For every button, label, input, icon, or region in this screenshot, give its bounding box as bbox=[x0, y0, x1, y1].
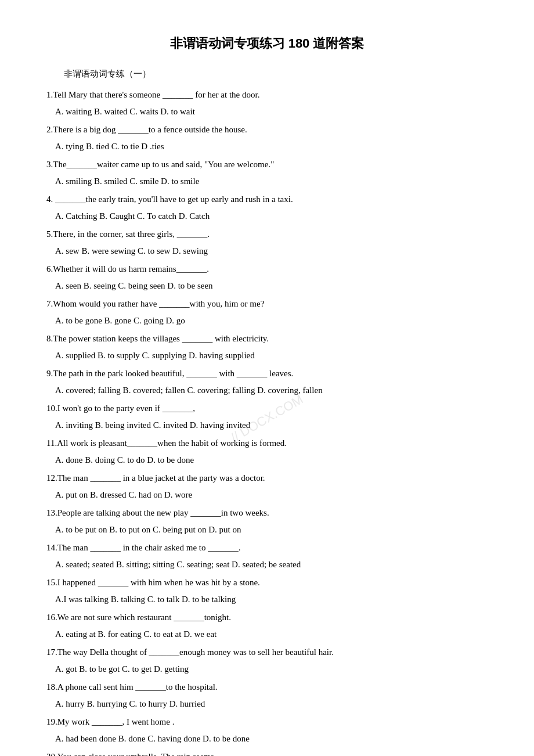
question-text-3: 3.The_______waiter came up to us and sai… bbox=[46, 157, 488, 172]
question-block-9: 9.The path in the park looked beautiful,… bbox=[46, 366, 488, 398]
question-text-10: 10.I won't go to the party even if _____… bbox=[46, 401, 488, 416]
options-line-5: A. sew B. were sewing C. to sew D. sewin… bbox=[46, 244, 488, 259]
options-line-1: A. waiting B. waited C. waits D. to wait bbox=[46, 105, 488, 120]
question-text-9: 9.The path in the park looked beautiful,… bbox=[46, 366, 488, 381]
question-block-4: 4. _______the early train, you'll have t… bbox=[46, 192, 488, 224]
question-block-6: 6.Whether it will do us harm remains____… bbox=[46, 262, 488, 293]
options-line-17: A. got B. to be got C. to get D. getting bbox=[46, 662, 488, 677]
question-text-16: 16.We are not sure which restaurant ____… bbox=[46, 610, 488, 625]
question-block-11: 11.All work is pleasant_______when the h… bbox=[46, 436, 488, 467]
question-block-13: 13.People are talking about the new play… bbox=[46, 506, 488, 537]
question-text-13: 13.People are talking about the new play… bbox=[46, 506, 488, 521]
options-line-18: A. hurry B. hurrying C. to hurry D. hurr… bbox=[46, 697, 488, 712]
options-line-6: A. seen B. seeing C. being seen D. to be… bbox=[46, 279, 488, 294]
question-text-18: 18.A phone call sent him _______to the h… bbox=[46, 680, 488, 695]
options-line-2: A. tying B. tied C. to tie D .ties bbox=[46, 139, 488, 154]
question-block-5: 5.There, in the corner, sat three girls,… bbox=[46, 227, 488, 258]
question-text-19: 19.My work _______, I went home . bbox=[46, 715, 488, 730]
page-title: 非谓语动词专项练习 180 道附答案 bbox=[46, 35, 488, 52]
question-text-7: 7.Whom would you rather have _______with… bbox=[46, 297, 488, 312]
question-text-8: 8.The power station keeps the villages _… bbox=[46, 332, 488, 347]
options-line-9: A. covered; falling B. covered; fallen C… bbox=[46, 383, 488, 398]
question-block-17: 17.The way Della thought of _______enoug… bbox=[46, 645, 488, 676]
question-block-7: 7.Whom would you rather have _______with… bbox=[46, 297, 488, 328]
options-line-14: A. seated; seated B. sitting; sitting C.… bbox=[46, 557, 488, 573]
options-line-19: A. had been done B. done C. having done … bbox=[46, 732, 488, 747]
question-block-16: 16.We are not sure which restaurant ____… bbox=[46, 610, 488, 642]
options-line-13: A. to be put on B. to put on C. being pu… bbox=[46, 523, 488, 538]
question-text-15: 15.I happened _______ with him when he w… bbox=[46, 575, 488, 591]
question-block-3: 3.The_______waiter came up to us and sai… bbox=[46, 157, 488, 189]
question-block-2: 2.There is a big dog _______to a fence o… bbox=[46, 123, 488, 154]
options-line-3: A. smiling B. smiled C. smile D. to smil… bbox=[46, 174, 488, 189]
question-text-1: 1.Tell Mary that there's someone _______… bbox=[46, 88, 488, 103]
question-text-12: 12.The man _______ in a blue jacket at t… bbox=[46, 471, 488, 486]
options-line-16: A. eating at B. for eating C. to eat at … bbox=[46, 627, 488, 642]
question-block-1: 1.Tell Mary that there's someone _______… bbox=[46, 88, 488, 119]
options-line-11: A. done B. doing C. to do D. to be done bbox=[46, 453, 488, 468]
question-text-17: 17.The way Della thought of _______enoug… bbox=[46, 645, 488, 660]
question-block-20: 20.You can close your umbrella. The rain… bbox=[46, 750, 488, 756]
question-block-14: 14.The man _______ in the chair asked me… bbox=[46, 541, 488, 572]
options-line-4: A. Catching B. Caught C. To catch D. Cat… bbox=[46, 209, 488, 224]
question-text-14: 14.The man _______ in the chair asked me… bbox=[46, 541, 488, 556]
options-line-8: A. supplied B. to supply C. supplying D.… bbox=[46, 348, 488, 363]
options-line-10: A. inviting B. being invited C. invited … bbox=[46, 418, 488, 433]
questions-container: 1.Tell Mary that there's someone _______… bbox=[46, 88, 488, 756]
options-line-15: A.I was talking B. talking C. to talk D.… bbox=[46, 592, 488, 607]
question-block-12: 12.The man _______ in a blue jacket at t… bbox=[46, 471, 488, 502]
question-block-19: 19.My work _______, I went home .A. had … bbox=[46, 715, 488, 746]
section-title: 非谓语动词专练（一） bbox=[46, 69, 488, 80]
question-block-10: 10.I won't go to the party even if _____… bbox=[46, 401, 488, 433]
question-block-18: 18.A phone call sent him _______to the h… bbox=[46, 680, 488, 711]
options-line-7: A. to be gone B. gone C. going D. go bbox=[46, 314, 488, 329]
options-line-12: A. put on B. dressed C. had on D. wore bbox=[46, 488, 488, 503]
question-block-15: 15.I happened _______ with him when he w… bbox=[46, 575, 488, 607]
question-text-6: 6.Whether it will do us harm remains____… bbox=[46, 262, 488, 277]
question-text-2: 2.There is a big dog _______to a fence o… bbox=[46, 123, 488, 138]
question-text-11: 11.All work is pleasant_______when the h… bbox=[46, 436, 488, 451]
question-block-8: 8.The power station keeps the villages _… bbox=[46, 332, 488, 363]
question-text-5: 5.There, in the corner, sat three girls,… bbox=[46, 227, 488, 242]
question-text-4: 4. _______the early train, you'll have t… bbox=[46, 192, 488, 207]
question-text-20: 20.You can close your umbrella. The rain… bbox=[46, 750, 488, 756]
